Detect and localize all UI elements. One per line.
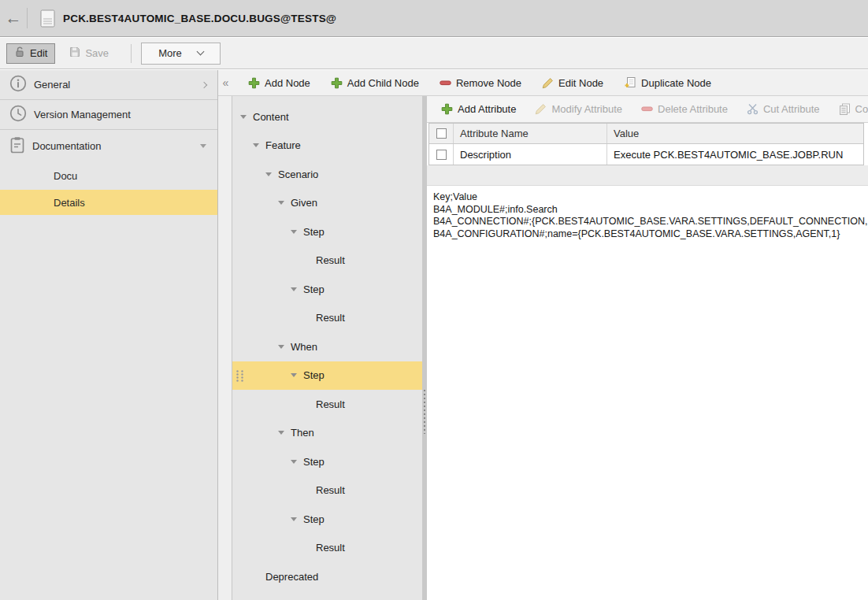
- collapse-sidebar-button[interactable]: «: [218, 76, 233, 89]
- tree-node[interactable]: Step: [232, 505, 422, 534]
- sidebar-item-label: Details: [54, 197, 85, 209]
- attribute-panel: Add Attribute Modify Attribute Delete At…: [427, 96, 868, 600]
- row-checkbox-cell: [429, 144, 454, 165]
- triangle-down-icon[interactable]: [291, 460, 303, 464]
- tree-node-label: Feature: [265, 139, 301, 151]
- edit-button[interactable]: Edit: [6, 43, 55, 64]
- header-checkbox-cell: [429, 124, 454, 143]
- sidebar: General Version Management Documentation…: [0, 70, 218, 600]
- panel-splitter[interactable]: [422, 96, 427, 600]
- sidebar-item-label: Docu: [54, 170, 77, 182]
- tree-node-label: Then: [291, 427, 314, 439]
- duplicate-node-button[interactable]: Duplicate Node: [624, 76, 711, 89]
- add-child-node-button[interactable]: Add Child Node: [331, 77, 419, 89]
- sidebar-item-version-management[interactable]: Version Management: [0, 100, 217, 130]
- add-attribute-button[interactable]: Add Attribute: [441, 103, 516, 115]
- button-label: Edit Node: [558, 77, 603, 89]
- minus-icon: [440, 77, 451, 89]
- triangle-down-icon[interactable]: [265, 172, 278, 176]
- pencil-icon: [542, 77, 554, 89]
- button-label: Edit: [30, 47, 47, 59]
- tree-node[interactable]: Feature: [232, 131, 422, 161]
- cell-text: Execute PCK.BEST4AUTOMIC_BASE.JOBP.RUN: [614, 149, 843, 161]
- triangle-down-icon[interactable]: [278, 345, 291, 349]
- tree-node-label: Step: [303, 513, 325, 525]
- button-label: Duplicate Node: [641, 77, 711, 89]
- more-button[interactable]: More: [141, 43, 221, 65]
- save-icon: [69, 46, 80, 60]
- tree-node-label: Given: [291, 197, 317, 209]
- plus-icon: [331, 77, 343, 89]
- triangle-down-icon[interactable]: [291, 287, 303, 291]
- sidebar-item-documentation[interactable]: Documentation: [0, 130, 217, 161]
- tree-node[interactable]: Step: [232, 447, 422, 476]
- triangle-down-icon[interactable]: [278, 201, 291, 205]
- tree-node-label: Result: [316, 484, 345, 496]
- tree-node[interactable]: Result: [232, 390, 422, 419]
- sidebar-item-details[interactable]: Details: [0, 190, 217, 215]
- tree-node[interactable]: Content: [232, 102, 422, 131]
- attribute-name-cell[interactable]: Description: [454, 144, 607, 165]
- title-bar: ← PCK.BEST4AUTOMIC_BASE.DOCU.BUGS@TESTS@: [0, 0, 868, 37]
- sidebar-item-general[interactable]: General: [0, 70, 217, 100]
- tree-node-label: Step: [303, 456, 325, 468]
- attribute-value-cell[interactable]: Execute PCK.BEST4AUTOMIC_BASE.JOBP.RUN: [607, 149, 863, 161]
- tree-node[interactable]: Step: [232, 217, 422, 246]
- back-arrow-icon[interactable]: ←: [0, 9, 27, 28]
- sidebar-item-label: Version Management: [34, 109, 131, 120]
- triangle-down-icon[interactable]: [240, 115, 253, 119]
- triangle-down-icon[interactable]: [278, 431, 291, 435]
- attribute-table-header: Attribute Name Value: [429, 124, 863, 144]
- add-node-button[interactable]: Add Node: [248, 77, 310, 89]
- triangle-down-icon[interactable]: [291, 373, 303, 377]
- button-label: Copy Attribute: [855, 103, 868, 115]
- splitter-grip-icon[interactable]: [424, 390, 425, 434]
- panel-gap: [427, 165, 868, 186]
- text-line: B4A_MODULE#;info.Search: [433, 204, 862, 217]
- tree-node[interactable]: When: [232, 332, 422, 361]
- edit-node-button[interactable]: Edit Node: [542, 77, 603, 89]
- copy-attribute-button[interactable]: Copy Attribute: [839, 103, 868, 115]
- column-header-value[interactable]: Value: [607, 128, 863, 139]
- remove-node-button[interactable]: Remove Node: [440, 77, 521, 89]
- button-label: Remove Node: [456, 77, 521, 89]
- page-title: PCK.BEST4AUTOMIC_BASE.DOCU.BUGS@TESTS@: [63, 13, 336, 24]
- sidebar-item-docu[interactable]: Docu: [0, 161, 217, 190]
- tree-node[interactable]: Result: [232, 476, 422, 506]
- cut-attribute-button[interactable]: Cut Attribute: [747, 103, 820, 115]
- drag-handle[interactable]: [236, 369, 244, 385]
- triangle-down-icon[interactable]: [291, 230, 303, 234]
- node-toolbar: « Add Node Add Child Node Remove Node: [218, 70, 868, 96]
- doc-structure-tree: Content Feature Scenario Given Step Resu…: [232, 96, 422, 600]
- info-icon: [9, 75, 27, 94]
- delete-attribute-button[interactable]: Delete Attribute: [641, 103, 728, 115]
- select-all-checkbox[interactable]: [436, 128, 447, 139]
- tree-node[interactable]: Result: [232, 304, 422, 333]
- triangle-down-icon[interactable]: [253, 143, 265, 147]
- tree-node[interactable]: Step: [232, 275, 422, 304]
- unlock-icon: [14, 46, 25, 60]
- tree-node-selected[interactable]: Step: [232, 361, 422, 391]
- column-header-attribute-name[interactable]: Attribute Name: [454, 124, 607, 143]
- tree-node[interactable]: Result: [232, 246, 422, 276]
- content-area: « Add Node Add Child Node Remove Node: [218, 70, 868, 600]
- tree-node-label: Content: [253, 111, 289, 123]
- column-label: Attribute Name: [460, 128, 529, 139]
- attribute-value-text-area[interactable]: Key;Value B4A_MODULE#;info.Search B4A_CO…: [427, 186, 868, 600]
- document-icon: [40, 9, 55, 28]
- clock-icon: [9, 105, 27, 124]
- chevron-down-icon: [200, 144, 206, 148]
- attribute-toolbar: Add Attribute Modify Attribute Delete At…: [427, 96, 868, 123]
- table-row[interactable]: Description Execute PCK.BEST4AUTOMIC_BAS…: [429, 144, 863, 165]
- tree-node[interactable]: Given: [232, 189, 422, 218]
- tree-node-label: When: [291, 341, 317, 353]
- modify-attribute-button[interactable]: Modify Attribute: [535, 103, 622, 115]
- tree-node[interactable]: Then: [232, 419, 422, 448]
- save-button[interactable]: Save: [69, 46, 109, 60]
- row-checkbox[interactable]: [436, 150, 447, 160]
- triangle-down-icon[interactable]: [291, 517, 303, 521]
- tree-node[interactable]: Result: [232, 534, 422, 563]
- tree-node[interactable]: Deprecated: [232, 562, 422, 591]
- button-label: Add Node: [265, 77, 310, 89]
- tree-node[interactable]: Scenario: [232, 160, 422, 189]
